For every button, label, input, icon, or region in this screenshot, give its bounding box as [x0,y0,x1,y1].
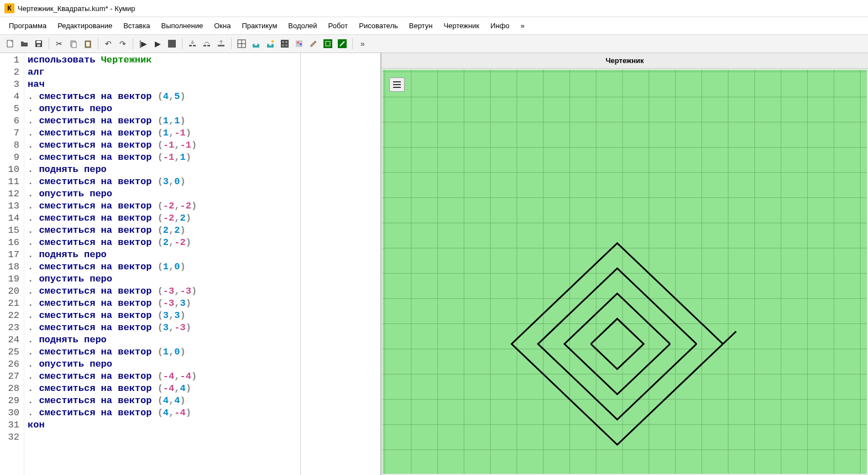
cut-icon[interactable]: ✂ [53,37,66,50]
menu-bar: ПрограммаРедактированиеВставкаВыполнение… [0,17,868,35]
svg-rect-5 [72,42,76,48]
drawing-canvas[interactable] [383,70,867,474]
code-line[interactable]: использовать Чертежник [28,54,297,66]
code-line[interactable]: . сместиться на вектор (4,-4) [28,407,297,419]
menu-item-8[interactable]: Рисователь [354,19,402,32]
run-icon[interactable]: ▶ [151,37,164,50]
redo-icon[interactable]: ↷ [116,37,129,50]
separator [352,38,353,49]
code-line[interactable]: . сместиться на вектор (3,0) [28,176,297,188]
code-line[interactable]: . сместиться на вектор (3,3) [28,310,297,322]
stop-icon[interactable] [165,37,179,50]
code-line[interactable]: нач [28,79,297,91]
code-line[interactable]: . сместиться на вектор (1,-1) [28,127,297,139]
svg-rect-20 [285,41,287,43]
svg-rect-19 [282,41,284,43]
tool-paint-icon[interactable] [292,37,306,50]
code-line[interactable]: . поднять перо [28,334,297,346]
separator [49,38,49,49]
code-line[interactable]: . сместиться на вектор (-1,-1) [28,139,297,152]
step-over-icon[interactable] [200,37,213,50]
drawing-pane: Чертежник [381,53,868,475]
menu-item-3[interactable]: Выполнение [156,19,207,32]
run-to-icon[interactable]: |▶ [137,37,150,50]
code-line[interactable]: кон [28,419,297,431]
svg-rect-13 [218,45,224,46]
code-line[interactable]: . опустить перо [28,188,297,200]
code-line[interactable]: . поднять перо [28,164,297,176]
code-line[interactable]: . сместиться на вектор (2,-2) [28,237,297,249]
new-file-icon[interactable] [3,37,17,50]
code-line[interactable]: . сместиться на вектор (3,-3) [28,322,297,334]
svg-rect-12 [207,45,210,46]
svg-point-24 [297,41,299,44]
code-line[interactable]: . сместиться на вектор (1,0) [28,346,297,358]
code-line[interactable]: . сместиться на вектор (-1,1) [28,152,297,164]
svg-rect-22 [285,44,287,46]
menu-item-11[interactable]: Инфо [486,19,514,32]
code-line[interactable]: алг [28,66,297,79]
copy-icon[interactable] [67,37,80,50]
menu-item-7[interactable]: Робот [324,19,353,32]
tool-draw2-icon[interactable] [336,37,349,50]
code-line[interactable]: . сместиться на вектор (-4,4) [28,383,297,395]
tool-water-icon[interactable] [249,37,263,50]
menu-item-2[interactable]: Вставка [119,19,154,32]
editor-pane: 1234567891011121314151617181920212223242… [0,53,381,475]
code-line[interactable]: . сместиться на вектор (4,5) [28,91,297,103]
editor-side-margin [300,53,380,475]
menu-item-9[interactable]: Вертун [405,19,437,32]
app-icon: К [4,3,14,13]
code-editor[interactable]: использовать Чертежникалгнач. сместиться… [24,53,300,475]
save-file-icon[interactable] [32,37,45,50]
separator [231,38,232,49]
code-line[interactable]: . сместиться на вектор (-2,2) [28,212,297,225]
code-line[interactable]: . сместиться на вектор (1,1) [28,115,297,127]
drawing-pane-title: Чертежник [381,53,868,69]
menu-item-6[interactable]: Водолей [284,19,321,32]
tool-draw1-icon[interactable] [321,37,334,50]
svg-rect-26 [323,39,332,48]
menu-item-0[interactable]: Программа [4,19,51,32]
main-area: 1234567891011121314151617181920212223242… [0,53,868,475]
svg-rect-9 [189,45,192,46]
step-out-icon[interactable] [215,37,228,50]
tool-water2-icon[interactable] [264,37,277,50]
code-line[interactable]: . опустить перо [28,358,297,370]
tool-robot-icon[interactable] [278,37,291,50]
step-into-icon[interactable] [186,37,199,50]
open-file-icon[interactable] [18,37,31,50]
toolbar-more-icon[interactable]: » [356,37,369,50]
separator [133,38,133,49]
menu-item-4[interactable]: Окна [210,19,235,32]
menu-item-12[interactable]: » [516,19,529,32]
svg-rect-21 [282,44,284,46]
line-gutter: 1234567891011121314151617181920212223242… [0,53,24,475]
undo-icon[interactable]: ↶ [102,37,115,50]
canvas-menu-icon[interactable] [389,77,405,92]
code-line[interactable]: . поднять перо [28,249,297,261]
code-line[interactable]: . опустить перо [28,273,297,285]
code-line[interactable] [28,431,297,443]
code-line[interactable]: . сместиться на вектор (4,4) [28,395,297,407]
code-line[interactable]: . сместиться на вектор (-2,-2) [28,200,297,212]
code-line[interactable]: . сместиться на вектор (1,0) [28,261,297,273]
separator [182,38,182,49]
menu-item-10[interactable]: Чертежник [439,19,484,32]
menu-item-5[interactable]: Практикум [237,19,281,32]
svg-rect-3 [37,44,40,46]
svg-point-17 [271,40,274,43]
code-line[interactable]: . сместиться на вектор (-4,-4) [28,370,297,383]
code-line[interactable]: . опустить перо [28,103,297,115]
tool-pencil-icon[interactable] [307,37,320,50]
code-line[interactable]: . сместиться на вектор (-3,-3) [28,285,297,297]
tool-grid-icon[interactable] [235,37,248,50]
title-bar: К Чертежник_Квадраты.kum* - Кумир [0,0,868,17]
svg-rect-7 [86,42,90,46]
code-line[interactable]: . сместиться на вектор (2,2) [28,225,297,237]
menu-item-1[interactable]: Редактирование [53,19,117,32]
paste-icon[interactable] [81,37,95,50]
svg-point-25 [300,43,302,45]
window-title: Чертежник_Квадраты.kum* - Кумир [18,4,135,13]
code-line[interactable]: . сместиться на вектор (-3,3) [28,297,297,310]
